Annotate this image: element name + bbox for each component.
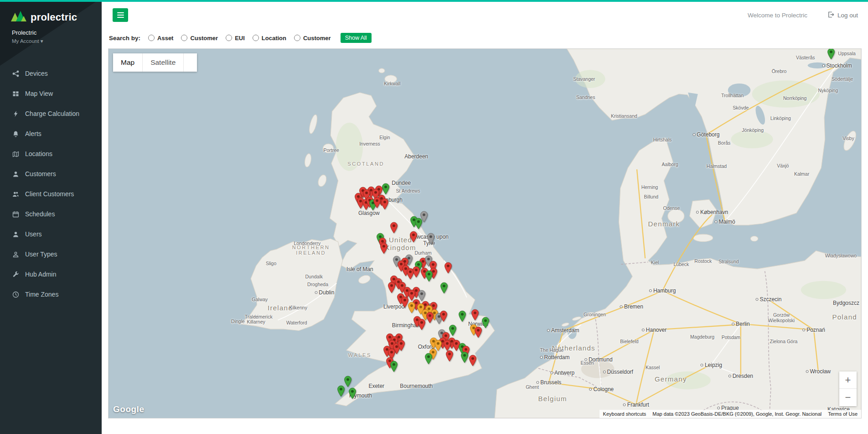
terms-of-use-link[interactable]: Terms of Use — [828, 411, 858, 417]
map-label-town: Halmstad — [707, 163, 727, 169]
map-marker-r[interactable] — [469, 355, 477, 368]
map-marker-r[interactable] — [426, 312, 434, 325]
sidebar-item-alerts[interactable]: Alerts — [0, 124, 102, 144]
map-marker-r[interactable] — [380, 242, 388, 256]
search-option-location[interactable]: Location — [253, 35, 286, 42]
search-option-customer[interactable]: Customer — [181, 35, 218, 42]
map-type-control: Map Satellite — [113, 53, 197, 72]
map-marker-r[interactable] — [418, 319, 425, 332]
sidebar-item-charge-calculation[interactable]: Charge Calculation — [0, 104, 102, 124]
map-marker-g[interactable] — [482, 317, 490, 330]
top-accent-bar — [0, 0, 868, 2]
satellite-view-button[interactable]: Satellite — [142, 53, 183, 72]
map-type-extra — [183, 53, 197, 72]
share-nodes-icon — [12, 70, 19, 77]
map-label-region: WALES — [348, 352, 372, 358]
map-label-town: Londonderry — [294, 241, 320, 246]
sidebar-item-map-view[interactable]: Map View — [0, 84, 102, 104]
map-marker-r[interactable] — [439, 310, 447, 324]
brand-name: prolectric — [31, 11, 77, 23]
map-label-town: Dingle — [231, 319, 245, 324]
map-label-city: Dublin — [315, 289, 334, 296]
map-label-city: Bournemouth — [400, 383, 433, 389]
map-marker-r[interactable] — [413, 266, 420, 280]
map-label-town: Sligo — [266, 261, 276, 266]
map-label-town: Norrköping — [783, 95, 806, 101]
map-view-button[interactable]: Map — [113, 53, 142, 72]
sidebar-item-time-zones[interactable]: Time Zones — [0, 284, 102, 304]
map-marker-o[interactable] — [408, 302, 416, 315]
map-marker-g[interactable] — [440, 282, 448, 296]
eui-radio[interactable] — [226, 35, 232, 41]
zoom-out-button[interactable]: − — [839, 389, 857, 406]
map-label-city: Malmö — [715, 219, 735, 225]
map-label-town: Odense — [663, 205, 680, 211]
map-label-town: St Andrews — [396, 188, 420, 193]
customer-radio[interactable] — [181, 35, 187, 41]
map-label-town: Inverness — [359, 141, 380, 146]
map-label-country: Denmark — [648, 220, 680, 227]
map-marker-g[interactable] — [827, 48, 835, 62]
map-label-city: Berlin — [732, 321, 750, 327]
map-marker-g[interactable] — [348, 387, 356, 401]
sidebar: prolectric Prolectric My Account ▾ Devic… — [0, 2, 102, 434]
show-all-button[interactable]: Show All — [341, 33, 372, 43]
map-label-town: Trollhättan — [721, 93, 744, 98]
map-label-city: Amsterdam — [547, 327, 579, 334]
sidebar-item-schedules[interactable]: Schedules — [0, 204, 102, 224]
search-option-customer-2[interactable]: Customer — [294, 35, 331, 42]
map-marker-r[interactable] — [388, 282, 395, 295]
sidebar-item-client-customers[interactable]: Client Customers — [0, 184, 102, 204]
map-marker-g[interactable] — [458, 310, 466, 324]
map-label-city: Poznań — [802, 327, 825, 333]
map-label-city: Cologne — [589, 386, 614, 392]
keyboard-shortcuts-link[interactable]: Keyboard shortcuts — [603, 411, 646, 417]
map-label-town: Jönköping — [742, 127, 764, 133]
customer-2-radio[interactable] — [294, 35, 300, 41]
map-marker-g[interactable] — [415, 218, 423, 231]
hamburger-menu-button[interactable] — [113, 8, 128, 22]
map-marker-g[interactable] — [425, 270, 433, 284]
main-content: Welcome to Prolectric Log out Search by:… — [102, 2, 868, 434]
map-label-town: Sandnes — [576, 94, 595, 100]
map-label-town: Kassel — [646, 365, 660, 370]
map-marker-g[interactable] — [460, 351, 468, 365]
map-marker-g[interactable] — [337, 385, 345, 399]
sidebar-item-users[interactable]: Users — [0, 224, 102, 244]
map-marker-r[interactable] — [409, 231, 417, 245]
map-marker-r[interactable] — [381, 198, 388, 212]
logout-button[interactable]: Log out — [827, 11, 858, 19]
map-label-town: Killarney — [247, 319, 265, 324]
map-marker-r[interactable] — [471, 309, 479, 323]
zoom-in-button[interactable]: + — [839, 371, 857, 389]
map-label-town: Potsdam — [722, 335, 740, 340]
map-label-city: Bydgoszcz — [833, 300, 859, 306]
map-label-region: NORTHERN IRELAND — [291, 245, 331, 256]
map-marker-r[interactable] — [444, 262, 452, 276]
map-label-town: Nyköping — [818, 88, 838, 93]
map-marker-g[interactable] — [390, 361, 398, 374]
map-marker-g[interactable] — [449, 324, 456, 338]
map-marker-r[interactable] — [474, 326, 482, 340]
search-option-asset[interactable]: Asset — [148, 35, 173, 42]
sidebar-item-locations[interactable]: Locations — [0, 144, 102, 164]
search-option-eui[interactable]: EUI — [226, 35, 245, 42]
sidebar-item-customers[interactable]: Customers — [0, 164, 102, 184]
map-marker-r[interactable] — [445, 350, 453, 364]
map-label-town: Västerås — [796, 55, 815, 60]
sidebar-item-devices[interactable]: Devices — [0, 63, 102, 84]
asset-radio[interactable] — [148, 35, 155, 41]
users-icon — [12, 191, 19, 198]
topbar: Welcome to Prolectric Log out — [102, 2, 868, 22]
map-label-city: Hamburg — [649, 288, 676, 294]
my-account-dropdown[interactable]: My Account ▾ — [12, 38, 102, 44]
map-viewport[interactable]: United KingdomIrelandNetherlandsBelgiumG… — [108, 48, 862, 418]
map-marker-gy[interactable] — [427, 233, 434, 246]
sidebar-item-user-types[interactable]: User Types — [0, 244, 102, 264]
map-marker-g[interactable] — [424, 353, 432, 366]
map-marker-r[interactable] — [373, 197, 381, 210]
map-marker-r[interactable] — [398, 340, 405, 353]
map-marker-r[interactable] — [390, 222, 398, 235]
sidebar-item-hub-admin[interactable]: Hub Admin — [0, 264, 102, 284]
location-radio[interactable] — [253, 35, 259, 41]
